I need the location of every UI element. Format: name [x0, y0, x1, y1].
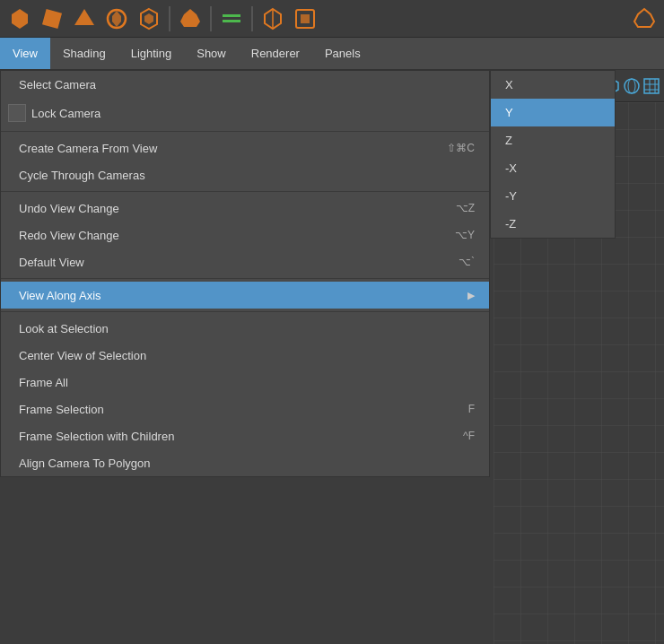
separator-4 [1, 311, 489, 312]
menu-panels[interactable]: Panels [312, 38, 373, 69]
toolbar-right-icons [630, 4, 659, 33]
menu-view[interactable]: View [0, 38, 50, 69]
lock-camera-checkbox[interactable] [8, 104, 26, 122]
menu-item-undo-view[interactable]: Undo View Change ⌥Z [1, 195, 489, 222]
toolbar-icon-8[interactable] [291, 4, 319, 33]
menu-item-look-at-selection[interactable]: Look at Selection [1, 315, 489, 342]
green-bars [223, 14, 240, 22]
menu-item-frame-with-children[interactable]: Frame Selection with Children ^F [1, 422, 489, 449]
submenu-item-x[interactable]: X [491, 71, 615, 99]
menu-show[interactable]: Show [184, 38, 239, 69]
toolbar-icon-1[interactable] [5, 4, 34, 33]
menu-shading[interactable]: Shading [50, 38, 118, 69]
toolbar-icon-2[interactable] [38, 4, 66, 33]
menu-item-frame-selection[interactable]: Frame Selection F [1, 396, 489, 422]
toolbar-icon-right-1[interactable] [630, 4, 659, 33]
menu-item-center-view[interactable]: Center View of Selection [1, 342, 489, 369]
svg-point-20 [628, 79, 635, 93]
menu-lighting[interactable]: Lighting [118, 38, 185, 69]
svg-marker-4 [112, 11, 121, 27]
toolbar-icon-5[interactable] [135, 4, 163, 33]
svg-marker-6 [144, 13, 153, 24]
svg-point-19 [625, 79, 639, 93]
toolbar-icon-6[interactable] [176, 4, 205, 33]
svg-rect-21 [644, 79, 659, 93]
vp-icon-grid[interactable] [642, 74, 660, 98]
submenu-arrow: ▶ [467, 290, 475, 301]
svg-marker-7 [180, 9, 200, 27]
menu-item-select-camera[interactable]: Select Camera [1, 71, 489, 98]
submenu-item-z[interactable]: Z [491, 126, 615, 154]
vp-icon-sphere[interactable] [623, 74, 641, 98]
toolbar-divider-2 [210, 6, 212, 31]
menu-item-align-camera[interactable]: Align Camera To Polygon [1, 449, 489, 476]
menu-renderer[interactable]: Renderer [239, 38, 312, 69]
separator-3 [1, 278, 489, 279]
menu-item-create-camera[interactable]: Create Camera From View ⇧⌘C [1, 135, 489, 161]
svg-marker-0 [12, 9, 28, 29]
menubar: View Shading Lighting Show Renderer Pane… [0, 38, 664, 70]
toolbar [0, 0, 664, 38]
toolbar-divider-1 [169, 6, 170, 31]
menu-item-default-view[interactable]: Default View ⌥` [1, 248, 489, 275]
svg-marker-2 [74, 9, 94, 25]
separator-2 [1, 191, 489, 192]
toolbar-divider-3 [251, 6, 253, 31]
toolbar-icon-3[interactable] [70, 4, 99, 33]
view-along-axis-submenu: X Y Z -X -Y -Z [490, 70, 616, 239]
separator-1 [1, 131, 489, 132]
toolbar-icon-4[interactable] [102, 4, 131, 33]
toolbar-icon-7[interactable] [258, 4, 287, 33]
menu-item-lock-camera[interactable]: Lock Camera [1, 98, 489, 128]
submenu-item-neg-z[interactable]: -Z [491, 210, 615, 238]
submenu-item-y[interactable]: Y [491, 99, 615, 126]
svg-rect-1 [42, 8, 62, 28]
menu-item-view-along-axis[interactable]: View Along Axis ▶ [1, 282, 489, 309]
menu-item-frame-all[interactable]: Frame All [1, 369, 489, 396]
menu-item-redo-view[interactable]: Redo View Change ⌥Y [1, 222, 489, 248]
view-dropdown: Select Camera Lock Camera Create Camera … [0, 70, 490, 477]
svg-rect-11 [301, 14, 310, 23]
menu-item-cycle-cameras[interactable]: Cycle Through Cameras [1, 161, 489, 188]
submenu-item-neg-x[interactable]: -X [491, 154, 615, 182]
svg-marker-12 [634, 9, 654, 27]
submenu-item-neg-y[interactable]: -Y [491, 182, 615, 210]
